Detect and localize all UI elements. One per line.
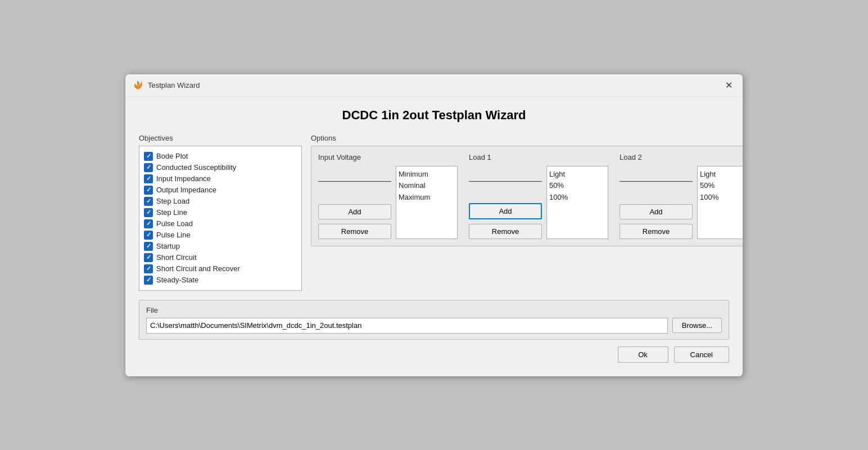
close-button[interactable]: ✕ — [722, 79, 736, 92]
list-item: Short Circuit — [144, 252, 297, 263]
load1-field[interactable] — [469, 166, 542, 182]
load1-list[interactable]: Light50%100% — [546, 166, 608, 239]
objectives-label: Objectives — [139, 134, 302, 142]
checkbox-input-impedance[interactable] — [144, 174, 153, 183]
input-voltage-add-button[interactable]: Add — [318, 204, 391, 219]
load2-field[interactable] — [620, 166, 693, 182]
load2-list[interactable]: Light50%100% — [697, 166, 743, 239]
cancel-button[interactable]: Cancel — [674, 346, 729, 363]
input-voltage-section: Input Voltage Add Remove — [318, 153, 458, 239]
list-item: Step Line — [144, 207, 297, 218]
list-item: Pulse Line — [144, 230, 297, 241]
bottom-buttons: Ok Cancel — [139, 346, 729, 365]
ok-button[interactable]: Ok — [618, 346, 668, 363]
list-item: Short Circuit and Recover — [144, 263, 297, 274]
main-title: DCDC 1in 2out Testplan Wizard — [139, 108, 729, 123]
checkbox-step-load[interactable] — [144, 197, 153, 206]
browse-button[interactable]: Browse... — [672, 318, 722, 333]
load1-buttons: Add Remove — [469, 203, 542, 239]
checkbox-bode-plot[interactable] — [144, 152, 153, 161]
objectives-list: Bode Plot Conducted Susceptibility Input… — [139, 146, 302, 291]
checkbox-conducted-susceptibility[interactable] — [144, 163, 153, 172]
list-item: Input Impedance — [144, 173, 297, 184]
load1-col: Add Remove — [469, 166, 542, 239]
load1-section: Load 1 Add Remove L — [469, 153, 608, 239]
input-voltage-col: Add Remove — [318, 166, 391, 239]
main-window: Testplan Wizard ✕ DCDC 1in 2out Testplan… — [125, 74, 743, 377]
file-row: Browse... — [146, 318, 722, 334]
load2-remove-button[interactable]: Remove — [620, 224, 693, 239]
checkbox-pulse-load[interactable] — [144, 219, 153, 228]
load2-buttons: Add Remove — [620, 204, 693, 239]
body-area: Objectives Bode Plot Conducted Susceptib… — [139, 134, 729, 291]
list-item: Startup — [144, 241, 297, 252]
checkbox-short-circuit[interactable] — [144, 253, 153, 262]
load2-area: Add Remove Light50%100% — [620, 166, 743, 239]
list-item: Bode Plot — [144, 151, 297, 162]
load1-label: Load 1 — [469, 153, 608, 161]
list-item: Step Load — [144, 196, 297, 207]
file-section: File Browse... — [139, 300, 729, 340]
list-item: Steady-State — [144, 274, 297, 286]
content-area: DCDC 1in 2out Testplan Wizard Objectives… — [125, 97, 743, 376]
input-voltage-field[interactable] — [318, 166, 391, 182]
file-path-input[interactable] — [146, 318, 668, 334]
checkbox-short-circuit-recover[interactable] — [144, 264, 153, 273]
options-label: Options — [311, 134, 743, 142]
load1-area: Add Remove Light50%100% — [469, 166, 608, 239]
list-item: Pulse Load — [144, 218, 297, 230]
file-label: File — [146, 306, 722, 314]
input-voltage-buttons: Add Remove — [318, 204, 391, 239]
load2-label: Load 2 — [620, 153, 743, 161]
app-icon — [132, 79, 143, 91]
input-voltage-label: Input Voltage — [318, 153, 458, 161]
options-group: Input Voltage Add Remove — [311, 146, 743, 246]
voltage-load-row: Input Voltage Add Remove — [318, 153, 743, 239]
title-bar-title: Testplan Wizard — [148, 81, 200, 89]
list-item: Output Impedance — [144, 184, 297, 196]
title-bar: Testplan Wizard ✕ — [125, 74, 743, 97]
options-panel: Options Input Voltage Add — [311, 134, 743, 291]
input-voltage-list[interactable]: MinimumNominalMaximum — [396, 166, 458, 239]
load2-col: Add Remove — [620, 166, 693, 239]
checkbox-step-line[interactable] — [144, 208, 153, 217]
checkbox-pulse-line[interactable] — [144, 231, 153, 240]
input-voltage-area: Add Remove MinimumNominalMaximum — [318, 166, 458, 239]
load2-add-button[interactable]: Add — [620, 204, 693, 219]
load1-remove-button[interactable]: Remove — [469, 224, 542, 239]
title-bar-left: Testplan Wizard — [132, 79, 200, 91]
objectives-panel: Objectives Bode Plot Conducted Susceptib… — [139, 134, 302, 291]
input-voltage-remove-button[interactable]: Remove — [318, 224, 391, 239]
checkbox-startup[interactable] — [144, 242, 153, 251]
checkbox-output-impedance[interactable] — [144, 186, 153, 195]
load1-add-button[interactable]: Add — [469, 203, 542, 219]
checkbox-steady-state[interactable] — [144, 276, 153, 285]
load2-section: Load 2 Add Remove L — [620, 153, 743, 239]
list-item: Conducted Susceptibility — [144, 162, 297, 173]
